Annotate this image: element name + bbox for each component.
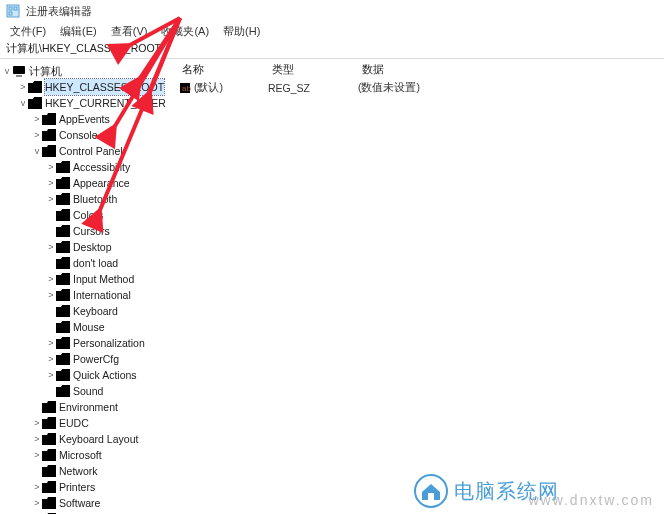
tree-appearance[interactable]: >Appearance xyxy=(2,175,172,191)
menu-edit[interactable]: 编辑(E) xyxy=(54,23,103,40)
folder-icon xyxy=(28,97,42,109)
list-header: 名称 类型 数据 xyxy=(178,61,658,79)
watermark-url: www.dnxtw.com xyxy=(528,492,654,508)
menu-help[interactable]: 帮助(H) xyxy=(217,23,266,40)
tree-powercfg[interactable]: >PowerCfg xyxy=(2,351,172,367)
col-header-data[interactable]: 数据 xyxy=(358,61,658,79)
expand-icon[interactable]: > xyxy=(18,79,28,95)
expand-icon[interactable]: > xyxy=(46,351,56,367)
collapse-icon[interactable]: v xyxy=(32,143,42,159)
window-titlebar: 注册表编辑器 xyxy=(0,0,664,22)
tree-sound[interactable]: Sound xyxy=(2,383,172,399)
expand-icon[interactable]: > xyxy=(32,127,42,143)
expand-icon[interactable]: > xyxy=(46,335,56,351)
folder-icon xyxy=(56,161,70,173)
tree-colors[interactable]: Colors xyxy=(2,207,172,223)
tree-hkcr[interactable]: > HKEY_CLASSES_ROOT xyxy=(2,79,172,95)
svg-rect-4 xyxy=(9,7,12,10)
tree-eudc[interactable]: >EUDC xyxy=(2,415,172,431)
folder-icon xyxy=(56,305,70,317)
folder-icon xyxy=(56,273,70,285)
folder-icon xyxy=(56,225,70,237)
list-row-default[interactable]: (默认) REG_SZ (数值未设置) xyxy=(178,81,658,95)
expand-icon[interactable]: > xyxy=(46,287,56,303)
blank-icon xyxy=(46,383,56,399)
expand-icon[interactable]: > xyxy=(32,495,42,511)
menu-favorites[interactable]: 收藏夹(A) xyxy=(155,23,215,40)
window-title: 注册表编辑器 xyxy=(26,4,92,19)
expand-icon[interactable]: > xyxy=(32,479,42,495)
house-icon xyxy=(414,474,448,508)
blank-icon xyxy=(46,319,56,335)
tree-quickactions[interactable]: >Quick Actions xyxy=(2,367,172,383)
tree-environment[interactable]: Environment xyxy=(2,399,172,415)
expand-icon[interactable]: > xyxy=(46,239,56,255)
tree-controlpanel[interactable]: vControl Panel xyxy=(2,143,172,159)
tree-cursors[interactable]: Cursors xyxy=(2,223,172,239)
menu-view[interactable]: 查看(V) xyxy=(105,23,154,40)
registry-tree[interactable]: v 计算机 > HKEY_CLASSES_ROOT v HKEY_CURRENT… xyxy=(0,59,172,514)
tree-accessibility[interactable]: >Accessibility xyxy=(2,159,172,175)
expand-icon[interactable]: > xyxy=(46,159,56,175)
expand-icon[interactable]: > xyxy=(46,191,56,207)
folder-icon xyxy=(56,369,70,381)
folder-icon xyxy=(56,241,70,253)
tree-personalization[interactable]: >Personalization xyxy=(2,335,172,351)
expand-icon[interactable]: > xyxy=(46,175,56,191)
blank-icon xyxy=(46,223,56,239)
expand-icon[interactable]: > xyxy=(46,271,56,287)
folder-icon xyxy=(42,497,56,509)
tree-bluetooth[interactable]: >Bluetooth xyxy=(2,191,172,207)
blank-icon xyxy=(46,207,56,223)
regedit-app-icon xyxy=(6,4,20,18)
folder-icon xyxy=(42,433,56,445)
tree-mouse[interactable]: Mouse xyxy=(2,319,172,335)
tree-international[interactable]: >International xyxy=(2,287,172,303)
folder-icon xyxy=(42,481,56,493)
col-header-type[interactable]: 类型 xyxy=(268,61,358,79)
expand-icon[interactable]: > xyxy=(32,431,42,447)
tree-network[interactable]: Network xyxy=(2,463,172,479)
tree-microsoft[interactable]: >Microsoft xyxy=(2,447,172,463)
expand-icon[interactable]: v xyxy=(2,63,12,79)
folder-icon xyxy=(56,177,70,189)
expand-icon[interactable]: > xyxy=(46,367,56,383)
blank-icon xyxy=(46,255,56,271)
tree-appevents[interactable]: >AppEvents xyxy=(2,111,172,127)
tree-desktop[interactable]: >Desktop xyxy=(2,239,172,255)
folder-icon xyxy=(56,209,70,221)
address-path: 计算机\HKEY_CLASSES_ROOT xyxy=(6,42,161,56)
folder-icon xyxy=(56,385,70,397)
expand-icon[interactable]: > xyxy=(32,111,42,127)
collapse-icon[interactable]: v xyxy=(18,95,28,111)
folder-icon xyxy=(42,449,56,461)
value-name: (默认) xyxy=(194,81,223,95)
value-data: (数值未设置) xyxy=(358,81,658,95)
blank-icon xyxy=(32,463,42,479)
tree-root-computer[interactable]: v 计算机 xyxy=(2,63,172,79)
folder-icon xyxy=(56,193,70,205)
col-header-name[interactable]: 名称 xyxy=(178,61,268,79)
tree-dontload[interactable]: don't load xyxy=(2,255,172,271)
string-value-icon xyxy=(178,81,192,95)
tree-keyboard[interactable]: Keyboard xyxy=(2,303,172,319)
folder-icon xyxy=(56,257,70,269)
tree-inputmethod[interactable]: >Input Method xyxy=(2,271,172,287)
expand-icon[interactable]: > xyxy=(32,447,42,463)
tree-printers[interactable]: >Printers xyxy=(2,479,172,495)
tree-console[interactable]: >Console xyxy=(2,127,172,143)
value-type: REG_SZ xyxy=(268,82,358,94)
address-bar[interactable]: 计算机\HKEY_CLASSES_ROOT xyxy=(0,40,664,58)
blank-icon xyxy=(32,399,42,415)
svg-rect-6 xyxy=(9,12,12,15)
folder-icon xyxy=(42,129,56,141)
folder-icon xyxy=(42,113,56,125)
folder-icon xyxy=(56,321,70,333)
value-list-pane[interactable]: 名称 类型 数据 (默认) REG_SZ (数值未设置) xyxy=(172,59,664,514)
tree-hkcu[interactable]: v HKEY_CURRENT_USER xyxy=(2,95,172,111)
tree-software[interactable]: >Software xyxy=(2,495,172,511)
expand-icon[interactable]: > xyxy=(32,415,42,431)
tree-keyboardlayout[interactable]: >Keyboard Layout xyxy=(2,431,172,447)
svg-rect-5 xyxy=(14,7,17,10)
menu-file[interactable]: 文件(F) xyxy=(4,23,52,40)
